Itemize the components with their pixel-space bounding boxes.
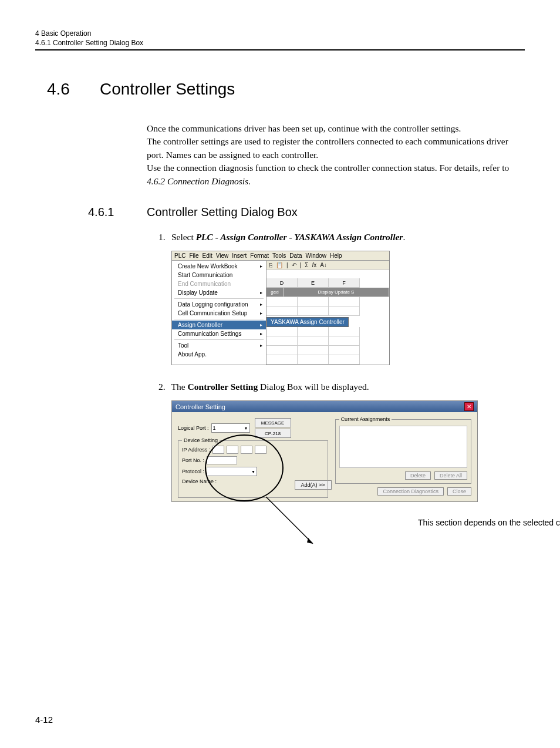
ip-octet-1[interactable]	[212, 446, 224, 454]
column-headers: D E F	[266, 278, 389, 288]
menubar-item-window[interactable]: Window	[305, 252, 326, 259]
close-icon[interactable]: ✕	[464, 402, 474, 411]
svg-line-0	[266, 497, 313, 544]
running-header-section: 4.6.1 Controller Setting Dialog Box	[35, 39, 525, 47]
running-header-chapter: 4 Basic Operation	[35, 29, 525, 38]
submenu-arrow-icon: ▸	[260, 302, 262, 307]
menubar-item-format[interactable]: Format	[250, 252, 269, 259]
close-button[interactable]: Close	[447, 487, 471, 496]
controller-setting-dialog: Controller Setting ✕ Logical Port : 1▼ M…	[171, 400, 478, 502]
logical-port-combo[interactable]: 1▼	[211, 423, 250, 433]
step-1: 1. Select PLC - Assign Controller - YASK…	[158, 232, 525, 242]
col-header-f[interactable]: F	[329, 278, 360, 288]
assignments-listbox[interactable]	[339, 426, 467, 468]
heading-1: 4.6Controller Settings	[47, 80, 525, 99]
cell[interactable]: Display Update S	[284, 288, 389, 297]
menu-item-cell-comm-setup[interactable]: Cell Communication Setup▸	[172, 309, 266, 318]
intro-p3: Use the connection diagnosis function to…	[147, 161, 525, 188]
protocol-label: Protocol :	[182, 469, 204, 474]
menu-separator	[174, 298, 264, 299]
plc-dropdown-menu: Create New WorkBook▸ Start Communication…	[172, 261, 266, 365]
menu-separator	[174, 319, 264, 319]
callout-text: This section depends on the selected com…	[418, 518, 560, 527]
chevron-down-icon: ▼	[244, 426, 248, 430]
menubar-item-data[interactable]: Data	[289, 252, 302, 259]
menubar-item-plc[interactable]: PLC	[174, 252, 185, 259]
ip-octet-4[interactable]	[255, 446, 266, 454]
device-setting-legend: Device Setting	[182, 437, 220, 443]
heading-1-title: Controller Settings	[100, 80, 235, 98]
logical-port-label: Logical Port :	[178, 425, 209, 431]
heading-2-title: Controller Setting Dialog Box	[147, 205, 298, 218]
menubar-item-tools[interactable]: Tools	[272, 252, 286, 259]
menu-item-data-logging[interactable]: Data Logging configuration▸	[172, 300, 266, 309]
menu-separator	[174, 339, 264, 340]
step-2-dialog-name: Controller Setting	[188, 382, 258, 392]
figure-dialog-screenshot: Controller Setting ✕ Logical Port : 1▼ M…	[171, 400, 525, 502]
menubar-item-help[interactable]: Help	[330, 252, 342, 259]
ip-octet-2[interactable]	[227, 446, 238, 454]
port-no-label: Port No. :	[182, 457, 204, 463]
toolbar: ⎘ 📋 | ↶ | Σ fx A↓	[266, 261, 389, 270]
submenu-item-yaskawa-assign[interactable]: YASKAWA Assign Controller	[266, 317, 349, 327]
menu-item-tool[interactable]: Tool▸	[172, 341, 266, 350]
menu-item-comm-settings[interactable]: Communication Settings▸	[172, 329, 266, 338]
menu-window: PLC File Edit View Insert Format Tools D…	[171, 251, 390, 365]
submenu-arrow-icon: ▸	[260, 264, 262, 269]
menubar-item-file[interactable]: File	[189, 252, 198, 259]
undo-icon[interactable]: ↶	[292, 262, 296, 268]
cell[interactable]: ged	[266, 288, 284, 297]
intro-p2: The controller settings are used to regi…	[147, 135, 525, 161]
connection-diagnostics-button[interactable]: Connection Diagnostics	[377, 487, 444, 496]
submenu-arrow-icon: ▸	[260, 331, 262, 336]
submenu-arrow-icon: ▸	[260, 343, 262, 348]
sort-icon[interactable]: A↓	[320, 262, 327, 268]
tab-message[interactable]: MESSAGE	[255, 418, 291, 427]
col-header-d[interactable]: D	[266, 278, 298, 288]
intro-p1: Once the communications driver has been …	[147, 122, 525, 135]
menubar: PLC File Edit View Insert Format Tools D…	[172, 251, 389, 261]
function-icon[interactable]: fx	[312, 262, 316, 268]
submenu-arrow-icon: ▸	[260, 290, 262, 295]
chevron-down-icon: ▼	[251, 470, 255, 474]
menu-item-start-comm[interactable]: Start Communication	[172, 271, 266, 279]
heading-2-number: 4.6.1	[88, 205, 147, 219]
step-1-menu-path: PLC - Assign Controller - YASKAWA Assign…	[196, 232, 403, 242]
menubar-item-view[interactable]: View	[216, 252, 229, 259]
menu-item-create-workbook[interactable]: Create New WorkBook▸	[172, 262, 266, 271]
header-rule	[35, 49, 525, 50]
heading-2: 4.6.1Controller Setting Dialog Box	[88, 205, 525, 219]
delete-button[interactable]: Delete	[405, 471, 431, 480]
current-assignments-legend: Current Assignments	[339, 416, 392, 422]
submenu-arrow-icon: ▸	[260, 311, 262, 316]
delete-all-button[interactable]: Delete All	[434, 471, 467, 480]
page-number: 4-12	[35, 715, 53, 725]
protocol-combo[interactable]: ▼	[207, 467, 257, 476]
spreadsheet-area: ⎘ 📋 | ↶ | Σ fx A↓ D E F	[266, 261, 389, 365]
menu-item-end-comm: End Communication	[172, 279, 266, 288]
device-setting-group: Device Setting IP Address : Port No. : P…	[178, 440, 328, 498]
menu-item-display-update[interactable]: Display Update▸	[172, 288, 266, 297]
current-assignments-group: Current Assignments Delete Delete All	[335, 419, 471, 484]
col-header-e[interactable]: E	[298, 278, 329, 288]
callout-arrow	[266, 497, 319, 550]
heading-1-number: 4.6	[47, 80, 100, 99]
menu-item-about-app[interactable]: About App.	[172, 350, 266, 359]
menubar-item-insert[interactable]: Insert	[232, 252, 247, 259]
tab-cp218[interactable]: CP-218	[255, 429, 291, 438]
port-no-input[interactable]	[207, 456, 237, 464]
menubar-item-edit[interactable]: Edit	[203, 252, 212, 259]
paste-icon[interactable]: 📋	[276, 262, 283, 268]
step-2: 2. The Controller Setting Dialog Box wil…	[158, 382, 525, 392]
figure-menu-screenshot: PLC File Edit View Insert Format Tools D…	[171, 251, 525, 365]
dialog-title: Controller Setting	[176, 403, 225, 410]
submenu-arrow-icon: ▸	[260, 322, 262, 328]
menu-item-assign-controller[interactable]: Assign Controller▸	[172, 321, 266, 329]
intro-paragraphs: Once the communications driver has been …	[147, 122, 525, 188]
dialog-titlebar: Controller Setting ✕	[172, 401, 477, 412]
copy-icon[interactable]: ⎘	[269, 262, 272, 268]
ip-address-label: IP Address :	[182, 447, 210, 453]
autosum-icon[interactable]: Σ	[305, 262, 308, 268]
device-name-label: Device Name :	[182, 479, 217, 484]
ip-octet-3[interactable]	[241, 446, 252, 454]
